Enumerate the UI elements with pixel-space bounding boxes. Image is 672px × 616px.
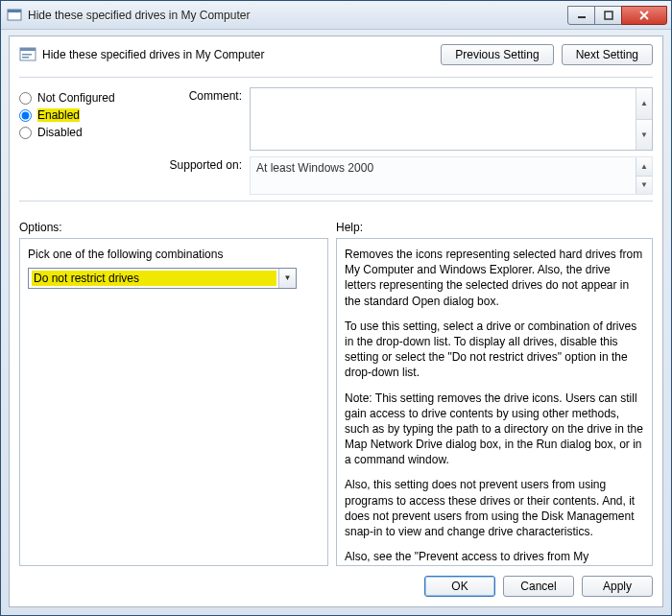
- maximize-button[interactable]: [594, 6, 622, 25]
- help-paragraph: Note: This setting removes the drive ico…: [345, 391, 644, 468]
- help-paragraph: Also, this setting does not prevent user…: [345, 477, 644, 539]
- radio-disabled[interactable]: Disabled: [19, 126, 163, 139]
- drives-combo[interactable]: Do not restrict drives ▼: [28, 268, 297, 289]
- next-setting-button[interactable]: Next Setting: [562, 44, 653, 65]
- policy-editor-window: Hide these specified drives in My Comput…: [0, 0, 672, 616]
- policy-title: Hide these specified drives in My Comput…: [42, 48, 441, 61]
- nav-buttons: Previous Setting Next Setting: [441, 44, 653, 65]
- supported-label: Supported on:: [163, 156, 250, 172]
- comment-scroll[interactable]: ▲▼: [636, 88, 652, 150]
- chevron-down-icon[interactable]: ▼: [636, 120, 652, 151]
- ok-button[interactable]: OK: [424, 576, 495, 597]
- header-row: Hide these specified drives in My Comput…: [19, 44, 653, 65]
- supported-row: Supported on: At least Windows 2000 ▲▼: [163, 156, 653, 195]
- chevron-up-icon[interactable]: ▲: [636, 88, 652, 120]
- help-paragraph: To use this setting, select a drive or c…: [345, 319, 644, 381]
- radio-not-configured-input[interactable]: [19, 92, 32, 105]
- radio-disabled-label: Disabled: [37, 126, 83, 139]
- radio-not-configured[interactable]: Not Configured: [19, 91, 163, 105]
- options-column: Options: Pick one of the following combi…: [19, 221, 328, 566]
- titlebar[interactable]: Hide these specified drives in My Comput…: [1, 1, 671, 30]
- config-section: Not Configured Enabled Disabled Comment:…: [19, 87, 653, 195]
- divider: [19, 201, 653, 201]
- radio-disabled-input[interactable]: [19, 127, 32, 139]
- cancel-button[interactable]: Cancel: [503, 576, 574, 597]
- minimize-button[interactable]: [567, 6, 595, 25]
- window-title: Hide these specified drives in My Comput…: [28, 9, 568, 22]
- svg-rect-3: [605, 12, 612, 19]
- svg-rect-6: [22, 54, 32, 56]
- svg-rect-1: [8, 10, 21, 12]
- comment-row: Comment: ▲▼: [163, 87, 653, 151]
- chevron-down-icon[interactable]: ▼: [636, 177, 652, 195]
- close-button[interactable]: [621, 6, 667, 25]
- svg-rect-2: [578, 16, 586, 18]
- options-label: Options:: [19, 221, 328, 234]
- help-panel[interactable]: Removes the icons representing selected …: [336, 238, 653, 566]
- chevron-down-icon[interactable]: ▼: [278, 269, 296, 288]
- supported-field: At least Windows 2000 ▲▼: [250, 156, 653, 195]
- radio-enabled[interactable]: Enabled: [19, 108, 163, 122]
- footer-buttons: OK Cancel Apply: [19, 566, 653, 597]
- options-panel: Pick one of the following combinations D…: [19, 238, 328, 566]
- chevron-up-icon[interactable]: ▲: [636, 157, 652, 177]
- help-paragraph: Also, see the "Prevent access to drives …: [345, 549, 644, 566]
- radio-enabled-label: Enabled: [37, 108, 80, 122]
- supported-value: At least Windows 2000: [256, 161, 373, 175]
- window-controls: [568, 6, 667, 25]
- lower-section: Options: Pick one of the following combi…: [19, 221, 653, 566]
- help-column: Help: Removes the icons representing sel…: [336, 221, 653, 566]
- help-label: Help:: [336, 221, 653, 234]
- comment-field[interactable]: ▲▼: [250, 87, 653, 151]
- supported-scroll[interactable]: ▲▼: [636, 157, 652, 194]
- window-icon: [7, 8, 22, 23]
- policy-icon: [19, 46, 36, 63]
- radio-not-configured-label: Not Configured: [37, 91, 115, 105]
- help-paragraph: Removes the icons representing selected …: [345, 247, 644, 309]
- previous-setting-button[interactable]: Previous Setting: [441, 44, 553, 65]
- config-right: Comment: ▲▼ Supported on: At least Windo…: [163, 87, 653, 195]
- options-instruction: Pick one of the following combinations: [28, 247, 320, 262]
- svg-rect-7: [22, 57, 29, 59]
- radio-enabled-input[interactable]: [19, 109, 32, 122]
- comment-label: Comment:: [163, 87, 250, 103]
- divider: [19, 77, 653, 78]
- svg-rect-5: [20, 48, 36, 51]
- drives-combo-value: Do not restrict drives: [32, 271, 276, 286]
- apply-button[interactable]: Apply: [582, 576, 653, 597]
- content-area: Hide these specified drives in My Comput…: [9, 36, 663, 607]
- state-radios: Not Configured Enabled Disabled: [19, 87, 163, 195]
